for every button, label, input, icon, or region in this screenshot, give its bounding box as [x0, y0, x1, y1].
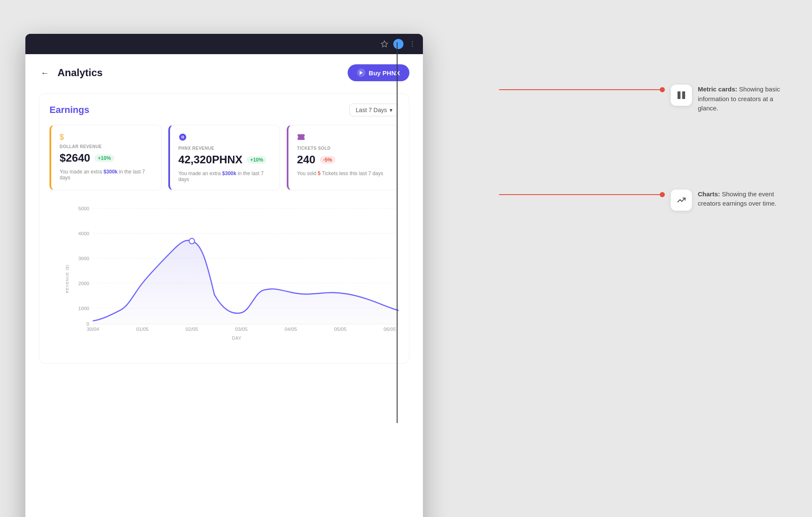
svg-text:05/05: 05/05 [334, 326, 347, 331]
phnx-icon [178, 133, 272, 143]
browser-toolbar [25, 34, 423, 54]
y-axis-label: REVENUE ($) [65, 264, 69, 293]
svg-text:5000: 5000 [78, 206, 89, 211]
vertical-divider [397, 42, 398, 423]
browser-content: ← Analytics Buy PHNX Earnings [25, 54, 423, 517]
metrics-row: $ DOLLAR REVENUE $2640 +10% You made an … [49, 125, 399, 190]
dollar-value-row: $2640 +10% [60, 151, 153, 165]
annotation-text-metric: Metric cards: Showing basic information … [698, 85, 787, 113]
svg-marker-4 [359, 71, 362, 75]
svg-point-1 [412, 41, 413, 42]
svg-text:04/05: 04/05 [285, 326, 297, 331]
buy-btn-icon [357, 69, 365, 77]
menu-icon[interactable] [409, 40, 416, 48]
annotation-line-1 [499, 89, 664, 90]
svg-text:01/05: 01/05 [136, 326, 149, 331]
tickets-value-row: 240 -5% [297, 153, 390, 166]
svg-text:1000: 1000 [78, 305, 89, 311]
revenue-chart: 5000 4000 3000 2000 1000 0 30/04 01/05 0… [75, 204, 399, 331]
dollar-icon: $ [60, 133, 153, 142]
dollar-label: DOLLAR REVENUE [60, 144, 153, 149]
svg-text:06/05: 06/05 [384, 326, 396, 331]
page-title: Analytics [58, 67, 103, 79]
tickets-desc: You sold 5 Tickets less this last 7 days [297, 170, 390, 176]
metric-card-tickets: TICKETS SOLD 240 -5% You sold 5 Tickets … [287, 125, 399, 190]
earnings-section: Earnings Last 7 Days ▾ $ DOLLAR REVENUE … [39, 93, 409, 364]
svg-marker-0 [381, 41, 388, 47]
svg-point-2 [412, 44, 413, 44]
time-filter-dropdown[interactable]: Last 7 Days ▾ [349, 104, 399, 116]
earnings-title: Earnings [49, 104, 89, 116]
buy-phnx-button[interactable]: Buy PHNX [348, 64, 409, 81]
dollar-desc: You made an extra $300k in the last 7 da… [60, 169, 153, 181]
app-container: ← Analytics Buy PHNX Earnings [25, 54, 423, 517]
svg-text:4000: 4000 [78, 231, 89, 236]
star-icon[interactable] [381, 40, 388, 48]
annotation-line-2 [499, 194, 664, 195]
annotation-icon-chart [671, 190, 692, 211]
chart-container: REVENUE ($) 5000 4000 3000 2000 [49, 204, 399, 353]
metric-card-phnx: PHNX REVENUE 42,320PHNX +10% You made an… [168, 125, 280, 190]
svg-text:2000: 2000 [78, 280, 89, 286]
phnx-label: PHNX REVENUE [178, 146, 272, 151]
svg-point-24 [189, 238, 195, 244]
tickets-badge: -5% [320, 156, 335, 164]
tickets-icon [297, 133, 390, 143]
browser-avatar [393, 39, 403, 49]
phnx-value-row: 42,320PHNX +10% [178, 153, 272, 166]
earnings-header: Earnings Last 7 Days ▾ [49, 104, 399, 116]
annotation-text-chart: Charts: Showing the event creators earni… [698, 190, 787, 209]
tickets-label: TICKETS SOLD [297, 146, 390, 151]
annotation-charts: Charts: Showing the event creators earni… [660, 190, 787, 211]
svg-rect-26 [682, 91, 685, 99]
header-left: ← Analytics [39, 66, 103, 80]
metric-card-dollar: $ DOLLAR REVENUE $2640 +10% You made an … [49, 125, 162, 190]
svg-text:03/05: 03/05 [235, 326, 248, 331]
dollar-value: $2640 [60, 151, 90, 165]
x-axis-label: DAY [75, 336, 399, 341]
dollar-badge: +10% [94, 154, 114, 162]
annotation-icon-metric [671, 85, 692, 106]
svg-text:30/04: 30/04 [87, 326, 99, 331]
phnx-desc: You made an extra $300k in the last 7 da… [178, 170, 272, 182]
phnx-value: 42,320PHNX [178, 153, 243, 166]
annotation-metric-cards: Metric cards: Showing basic information … [660, 85, 787, 113]
annotations-panel: Metric cards: Showing basic information … [660, 85, 787, 211]
phnx-badge: +10% [247, 156, 266, 164]
tickets-value: 240 [297, 153, 315, 166]
svg-rect-25 [678, 91, 680, 99]
browser-window: ← Analytics Buy PHNX Earnings [25, 34, 423, 517]
svg-text:02/05: 02/05 [186, 326, 198, 331]
svg-point-3 [412, 46, 413, 47]
header: ← Analytics Buy PHNX [39, 64, 409, 81]
back-button[interactable]: ← [39, 66, 51, 80]
svg-text:3000: 3000 [78, 256, 89, 261]
